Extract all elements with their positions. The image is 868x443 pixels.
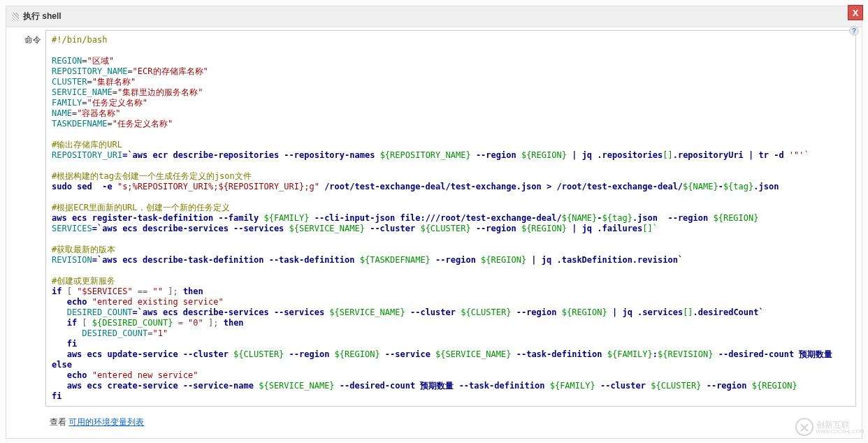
env-vars-link[interactable]: 可用的环境变量列表: [68, 417, 144, 427]
watermark: 创新互联 WWW.CDCXHL.COM: [795, 418, 864, 436]
env-vars-hint: 查看 可用的环境变量列表: [6, 414, 862, 438]
section-title: 执行 shell: [23, 10, 62, 22]
watermark-logo-icon: [795, 418, 813, 436]
section-header[interactable]: 执行 shell X: [6, 6, 862, 27]
build-step-shell: 执行 shell X ? 命令 #!/bin/bash REGION="区域" …: [6, 6, 862, 439]
command-textarea[interactable]: #!/bin/bash REGION="区域" REPOSITORY_NAME=…: [45, 30, 856, 407]
command-row: 命令 #!/bin/bash REGION="区域" REPOSITORY_NA…: [6, 27, 862, 414]
drag-handle-icon[interactable]: [12, 13, 19, 21]
command-label: 命令: [12, 30, 45, 407]
help-icon[interactable]: ?: [849, 26, 859, 36]
close-icon[interactable]: X: [848, 5, 863, 20]
